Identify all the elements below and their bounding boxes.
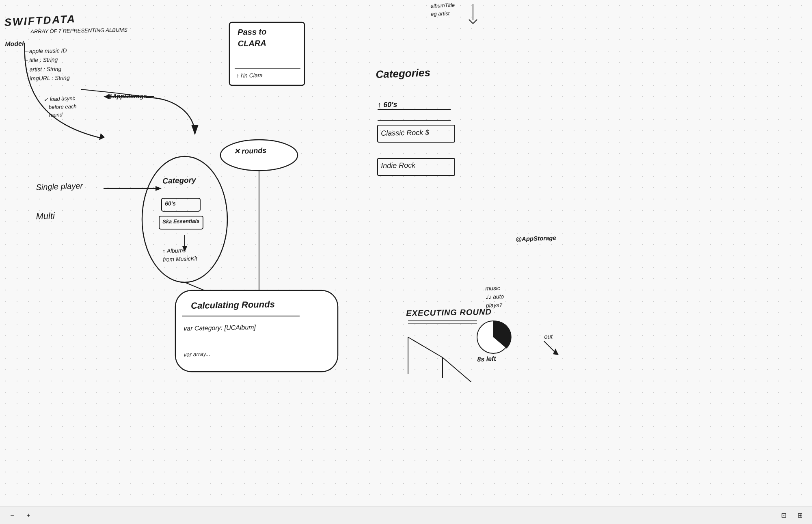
executing-round-title: EXECUTING ROUND — [406, 307, 492, 318]
category-item-ska: Ska Essentials — [162, 218, 199, 225]
minus-button[interactable]: − — [6, 510, 18, 521]
music-auto-text: music ♩♩ auto plays? — [485, 284, 504, 310]
albums-from-text: ↑ Albums from MusicKit — [162, 246, 197, 264]
albumtitle-arrowhead-1 — [469, 19, 473, 24]
toolbar: − + ⊡ ⊞ — [0, 506, 812, 524]
out-arrowhead — [553, 349, 559, 355]
bs-left-text: 8s left — [477, 355, 496, 363]
cat-indie-rock-text: Indie Rock — [381, 161, 415, 170]
arrow-appstorage — [146, 97, 195, 134]
x-rounds-text: ✕ rounds — [233, 146, 267, 156]
toolbar-left: − + — [6, 510, 34, 521]
toolbar-right: ⊡ ⊞ — [778, 510, 806, 521]
category-label: Category — [162, 175, 196, 186]
exec-line-3 — [443, 357, 471, 382]
grid-button[interactable]: ⊞ — [794, 510, 806, 521]
appstorage-left: @AppStorage — [106, 93, 147, 100]
i-in-clara-text: ↑ i'in Clara — [236, 72, 263, 79]
multi-text: Multi — [36, 210, 55, 222]
calculating-rounds-title: Calculating Rounds — [191, 299, 275, 311]
model-fields: – apple music ID – title : String – arti… — [24, 46, 70, 83]
cat-classic-rock-text: Classic Rock $ — [381, 128, 429, 138]
minus-icon: − — [10, 512, 14, 519]
category-item-60s: 60's — [165, 200, 176, 207]
grid-icon: ⊞ — [797, 511, 803, 519]
out-label: out — [544, 333, 553, 340]
albumtitle-text: albumTitle eg artist — [430, 1, 455, 18]
arrowhead-singleplayer — [155, 186, 162, 191]
arrow-head-1 — [99, 133, 105, 140]
plus-icon: + — [26, 512, 30, 519]
exec-line-1 — [408, 337, 443, 357]
whiteboard-canvas: SWIFTDATA ARRAY OF 7 REPRESENTING ALBUMS… — [0, 0, 812, 524]
albumtitle-arrowhead-2 — [473, 19, 477, 24]
load-async-label: ↙ load async before each round — [44, 94, 77, 119]
ellipse-x-rounds — [220, 140, 298, 171]
model-label: Model — [5, 40, 24, 48]
var-array-continued: var array... — [184, 351, 210, 358]
appstorage-right: @AppStorage — [516, 234, 556, 243]
categories-title: Categories — [376, 66, 430, 81]
add-tab-button[interactable]: + — [23, 510, 34, 521]
var-category-text: var Category: [UCAlbum] — [184, 324, 256, 332]
single-player-text: Single player — [36, 181, 83, 192]
pass-to-clara-text: Pass to CLARA — [238, 26, 267, 49]
person-button[interactable]: ⊡ — [778, 510, 789, 521]
person-icon: ⊡ — [781, 511, 786, 519]
cat-60s-text: ↑ 60's — [378, 100, 397, 109]
